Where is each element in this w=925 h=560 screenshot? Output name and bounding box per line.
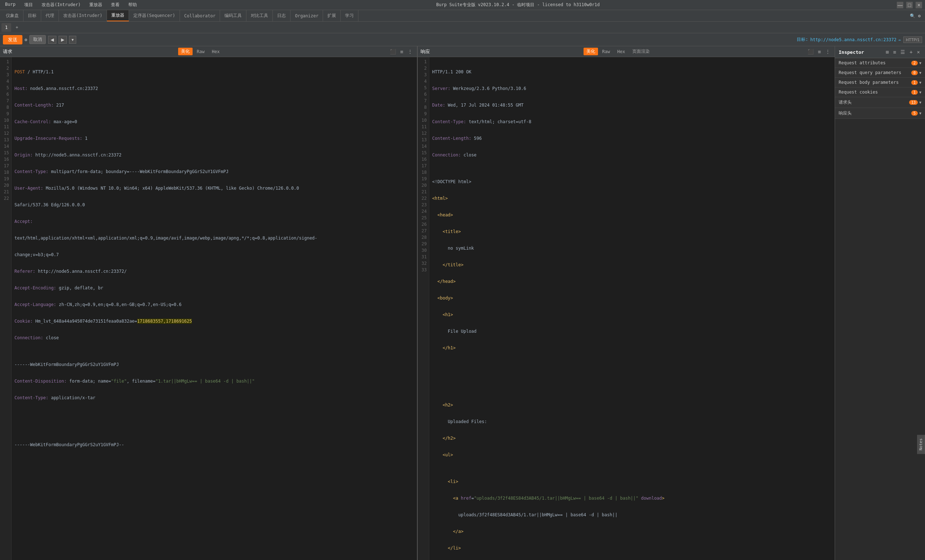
response-wrap-icon[interactable]: ⬛ [806, 48, 815, 55]
tab-logger[interactable]: 日志 [273, 10, 291, 21]
window-controls: — □ × [897, 2, 922, 8]
request-title: 请求 [3, 48, 12, 55]
inspector-section-header-body-params[interactable]: Request body parameters 1 ▼ [835, 78, 925, 87]
edit-icon[interactable]: ✏ [899, 37, 901, 42]
request-panel-header: 请求 美化 Raw Hex ⬛ ≡ ⋮ [0, 46, 417, 57]
inspector-body: Notes [835, 119, 925, 560]
next-button[interactable]: ▶ [59, 36, 67, 44]
request-ln-icon[interactable]: ≡ [399, 48, 405, 55]
response-tab-hex[interactable]: Hex [614, 48, 628, 55]
maximize-button[interactable]: □ [906, 2, 913, 8]
content-wrapper: 请求 美化 Raw Hex ⬛ ≡ ⋮ 12345 678910 1112131… [0, 46, 925, 560]
cancel-button[interactable]: 取消 [29, 35, 46, 44]
response-more-icon[interactable]: ⋮ [824, 48, 832, 55]
notes-tab[interactable]: Notes [917, 435, 925, 454]
request-wrap-icon[interactable]: ⬛ [389, 48, 398, 55]
main-toolbar: 发送 ⚙ 取消 ◀ ▶ ▾ 目标: http://node5.anna.nssc… [0, 33, 925, 46]
tab-learn[interactable]: 学习 [341, 10, 359, 21]
inspector-icons: ⊞ ≡ ☰ + × [884, 48, 921, 56]
inspector-close-icon[interactable]: × [916, 48, 921, 56]
send-button[interactable]: 发送 [3, 35, 23, 44]
response-title: 响应 [420, 48, 430, 55]
tab-extensions[interactable]: 扩展 [323, 10, 341, 21]
inspector-section-request-attributes: Request attributes 2 ▼ [835, 58, 925, 68]
inspector-chevron-resp-headers: ▼ [919, 111, 921, 115]
inspector-section-cookies: Request cookies 1 ▼ [835, 87, 925, 97]
request-tab-raw[interactable]: Raw [194, 48, 208, 55]
response-line-numbers: 12345 678910 1112131415 1617181920 21222… [418, 57, 429, 560]
prev-button[interactable]: ◀ [48, 36, 56, 44]
request-panel: 请求 美化 Raw Hex ⬛ ≡ ⋮ 12345 678910 1112131… [0, 46, 418, 560]
inspector-section-resp-headers: 响应头 5 ▼ [835, 108, 925, 119]
tab-proxy[interactable]: 代理 [41, 10, 59, 21]
inspector-header: Inspector ⊞ ≡ ☰ + × [835, 46, 925, 58]
window-title: Burp Suite专业版 v2023.10.2.4 - 临时项目 - lice… [436, 2, 600, 8]
menu-view[interactable]: 查看 [109, 0, 122, 9]
response-panel-icons: ⬛ ≡ ⋮ [806, 48, 832, 55]
inspector-section-header-request-attributes[interactable]: Request attributes 2 ▼ [835, 58, 925, 68]
inspector-section-label: Request query parameters [839, 70, 901, 75]
response-panel-header: 响应 美化 Raw Hex 页面渲染 ⬛ ≡ ⋮ [418, 46, 835, 57]
inspector-count-resp-headers: 5 [911, 111, 918, 116]
inspector-section-header-resp-headers[interactable]: 响应头 5 ▼ [835, 108, 925, 119]
inspector-section-label: 响应头 [839, 110, 852, 116]
tab-organizer[interactable]: Organizer [291, 10, 323, 21]
menu-burp[interactable]: Burp [3, 0, 18, 9]
target-url-value: http://node5.anna.nssctf.cn:23372 [810, 37, 896, 42]
tab-decoder[interactable]: 编码工具 [220, 10, 246, 21]
inspector-icon-align[interactable]: ☰ [899, 48, 907, 56]
inspector-section-label: 请求头 [839, 99, 852, 105]
tab-repeater[interactable]: 重放器 [107, 10, 129, 21]
tab-intruder[interactable]: 攻击器(Intruder) [59, 10, 107, 21]
inspector-chevron-req-headers: ▼ [919, 101, 921, 104]
search-icon[interactable]: 🔍 [910, 14, 915, 18]
inspector-section-label: Request attributes [839, 60, 886, 65]
tab-comparer[interactable]: 对比工具 [246, 10, 273, 21]
inspector-panel: Inspector ⊞ ≡ ☰ + × Request attributes 2… [835, 46, 925, 560]
inspector-title: Inspector [839, 50, 864, 55]
tab-sequencer[interactable]: 定序器(Sequencer) [129, 10, 179, 21]
request-code-area[interactable]: 12345 678910 1112131415 1617181920 2122 … [0, 57, 417, 560]
request-more-icon[interactable]: ⋮ [406, 48, 414, 55]
request-tab-hex[interactable]: Hex [209, 48, 223, 55]
response-tab-pretty[interactable]: 美化 [583, 48, 598, 55]
settings-icon[interactable]: ⚙ [24, 37, 27, 42]
inspector-icon-add[interactable]: + [908, 48, 914, 56]
request-panel-icons: ⬛ ≡ ⋮ [389, 48, 414, 55]
inspector-section-header-query-params[interactable]: Request query parameters 0 ▼ [835, 68, 925, 77]
inspector-section-query-params: Request query parameters 0 ▼ [835, 68, 925, 78]
inspector-icon-list[interactable]: ≡ [892, 48, 898, 56]
request-tab-pretty[interactable]: 美化 [178, 48, 193, 55]
inspector-icon-grid[interactable]: ⊞ [884, 48, 890, 56]
request-line-numbers: 12345 678910 1112131415 1617181920 2122 [0, 57, 12, 560]
navtabs-right: 🔍 ⚙ [910, 14, 923, 18]
inspector-chevron-cookies: ▼ [919, 90, 921, 94]
response-code-area[interactable]: 12345 678910 1112131415 1617181920 21222… [418, 57, 835, 560]
http-version-selector[interactable]: HTTP/1 [903, 36, 922, 43]
inspector-count-cookies: 1 [911, 90, 918, 95]
inspector-count-attributes: 2 [911, 61, 918, 65]
inspector-chevron-attributes: ▼ [919, 61, 921, 65]
titlebar: Burp 项目 攻击器(Intruder) 重放器 查看 帮助 Burp Sui… [0, 0, 925, 10]
response-tab-render[interactable]: 页面渲染 [630, 48, 652, 55]
repeater-add-tab[interactable]: + [12, 23, 22, 32]
repeater-tab-1[interactable]: 1 [2, 23, 11, 32]
minimize-button[interactable]: — [897, 2, 903, 8]
menu-project[interactable]: 项目 [22, 0, 35, 9]
menu-repeater[interactable]: 重放器 [87, 0, 104, 9]
inspector-section-header-cookies[interactable]: Request cookies 1 ▼ [835, 87, 925, 97]
tab-collaborator[interactable]: Collaborator [180, 10, 220, 21]
response-tab-raw[interactable]: Raw [600, 48, 613, 55]
repeater-subtabs: 1 + [0, 22, 925, 33]
inspector-section-header-req-headers[interactable]: 请求头 13 ▼ [835, 97, 925, 108]
tab-target[interactable]: 目标 [24, 10, 41, 21]
menu-help[interactable]: 帮助 [126, 0, 139, 9]
close-button[interactable]: × [916, 2, 922, 8]
history-button[interactable]: ▾ [69, 36, 76, 44]
settings-icon[interactable]: ⚙ [918, 14, 920, 18]
nav-tabs: 仪象盘 目标 代理 攻击器(Intruder) 重放器 定序器(Sequence… [0, 10, 925, 22]
tab-dashboard[interactable]: 仪象盘 [2, 10, 24, 21]
response-ln-icon[interactable]: ≡ [817, 48, 823, 55]
inspector-section-req-headers: 请求头 13 ▼ [835, 97, 925, 108]
menu-intruder[interactable]: 攻击器(Intruder) [39, 0, 83, 9]
